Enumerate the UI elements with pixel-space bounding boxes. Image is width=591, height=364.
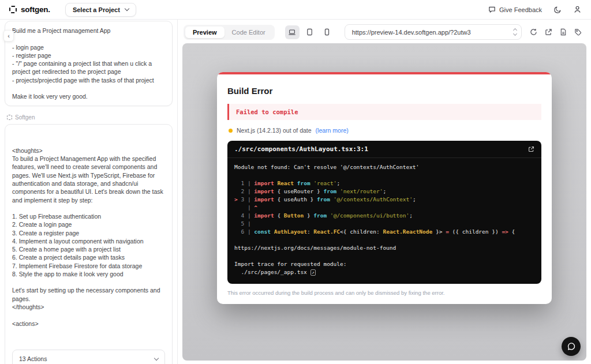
preview-toolbar: Preview Code Editor https://preview-14. [178, 20, 591, 43]
app-window: softgen. Select a Project Give Feedback … [0, 0, 591, 364]
chevron-down-icon [125, 6, 129, 11]
actions-dropdown[interactable]: 13 Actions [12, 350, 165, 364]
dark-mode-toggle[interactable] [553, 6, 562, 14]
tab-code-editor[interactable]: Code Editor [225, 27, 273, 38]
url-history-stepper[interactable] [514, 29, 517, 35]
open-file-button[interactable] [528, 146, 534, 152]
learn-more-link[interactable]: (learn more) [316, 127, 349, 134]
build-error-title: Build Error [227, 86, 541, 96]
tag-icon [574, 28, 582, 36]
chat-sidebar: Build me a Project management App - logi… [0, 20, 178, 364]
tab-preview[interactable]: Preview [185, 27, 225, 38]
chevron-down-icon [513, 32, 517, 36]
chat-fab-button[interactable] [562, 337, 581, 356]
softgen-logo-text: softgen. [21, 5, 50, 14]
preview-url-bar[interactable]: https://preview-14.dev.softgen.app/?2utw… [345, 24, 522, 40]
softgen-mini-icon [7, 115, 12, 120]
nextjs-version-warning: Next.js (14.2.13) out of date (learn mor… [229, 127, 541, 134]
build-error-modal: Build Error Failed to compile Next.js (1… [217, 72, 552, 304]
moon-icon [553, 6, 562, 14]
error-code-body: Module not found: Can't resolve '@/conte… [227, 158, 541, 284]
agent-label-row: Softgen [7, 114, 173, 121]
user-message-card: Build me a Project management App - logi… [5, 21, 173, 106]
open-external-button[interactable] [545, 28, 552, 36]
preview-actions [528, 28, 585, 36]
agent-label: Softgen [15, 114, 35, 121]
sidebar-collapse-button[interactable]: ‹ [3, 30, 14, 42]
error-file-header: ./src/components/AuthLayout.tsx:3:1 [227, 141, 541, 158]
smartphone-icon [324, 28, 330, 36]
mobile-view-button[interactable] [320, 25, 334, 39]
device-size-switcher [285, 25, 334, 39]
tag-button[interactable] [574, 28, 582, 36]
external-link-icon [545, 28, 552, 36]
warning-text: Next.js (14.2.13) out of date [237, 127, 312, 134]
error-file-path: ./src/components/AuthLayout.tsx:3:1 [234, 145, 368, 153]
refresh-button[interactable] [530, 28, 537, 36]
desktop-view-button[interactable] [285, 25, 300, 39]
header-actions: Give Feedback [488, 5, 582, 14]
failed-to-compile-banner: Failed to compile [227, 104, 541, 120]
agent-thoughts-text: <thoughts> To build a Project Management… [12, 147, 165, 328]
file-icon [560, 28, 567, 36]
error-footer-note: This error occurred during the build pro… [227, 290, 541, 296]
softgen-logo-icon [9, 6, 17, 13]
tablet-icon [306, 28, 313, 36]
project-selector-button[interactable]: Select a Project [65, 3, 136, 17]
external-link-icon [528, 146, 534, 152]
top-header: softgen. Select a Project Give Feedback [0, 0, 591, 20]
preview-viewport: Build Error Failed to compile Next.js (1… [182, 43, 586, 361]
chat-bubble-icon [567, 342, 576, 351]
content-area: Preview Code Editor https://preview-14. [178, 20, 591, 364]
project-selector-label: Select a Project [73, 6, 120, 13]
error-code-block: ./src/components/AuthLayout.tsx:3:1 Modu… [227, 141, 541, 284]
main-layout: Build me a Project management App - logi… [0, 20, 591, 364]
laptop-icon [288, 29, 296, 36]
user-icon [573, 5, 582, 14]
warning-dot-icon [229, 129, 233, 133]
actions-dropdown-label: 13 Actions [19, 355, 47, 363]
feedback-bubble-icon [488, 6, 496, 13]
preview-url: https://preview-14.dev.softgen.app/?2utw… [352, 29, 471, 36]
refresh-icon [530, 28, 537, 36]
view-tabs: Preview Code Editor [184, 25, 275, 40]
softgen-logo: softgen. [9, 5, 50, 14]
give-feedback-label: Give Feedback [499, 6, 542, 13]
user-menu-button[interactable] [573, 5, 582, 14]
page-source-button[interactable] [560, 28, 567, 36]
tablet-view-button[interactable] [302, 25, 317, 39]
give-feedback-button[interactable]: Give Feedback [488, 6, 542, 13]
agent-response-card: <thoughts> To build a Project Management… [5, 124, 173, 364]
chevron-down-icon [154, 356, 159, 361]
